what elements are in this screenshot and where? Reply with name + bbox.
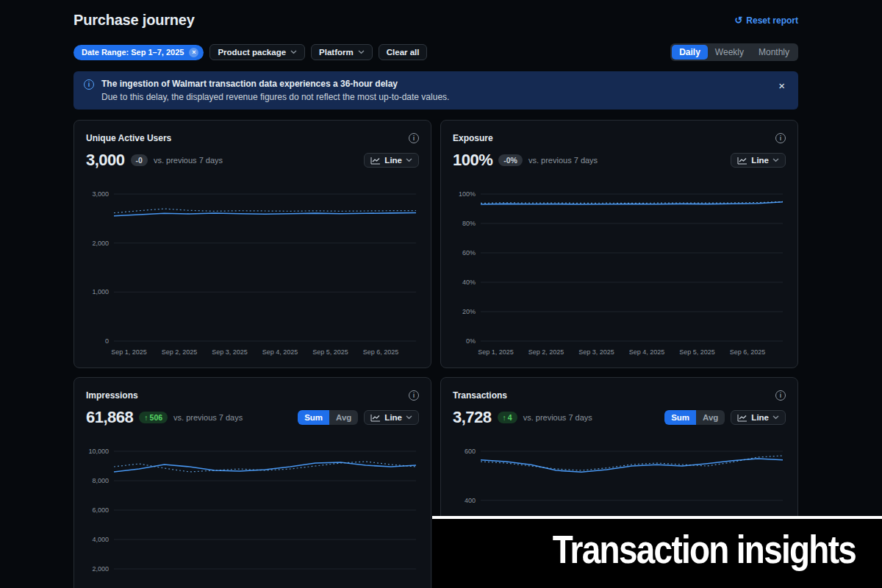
info-icon[interactable]: i (775, 390, 786, 401)
svg-text:80%: 80% (462, 220, 476, 227)
delta-value: 506 (150, 413, 163, 422)
chevron-down-icon (358, 50, 365, 54)
chart-type-label: Line (751, 156, 769, 165)
delta-badge: ↑ 4 (498, 412, 517, 423)
info-icon[interactable]: i (409, 390, 419, 401)
aggregation-toggle: Sum Avg (664, 410, 725, 425)
svg-text:400: 400 (465, 497, 476, 504)
granularity-monthly[interactable]: Monthly (751, 45, 797, 60)
caption-divider (432, 516, 882, 519)
chart-type-dropdown[interactable]: Line (364, 153, 419, 168)
svg-text:8,000: 8,000 (92, 477, 109, 484)
banner-title: The ingestion of Walmart transaction dat… (101, 79, 449, 89)
arrow-up-icon: ↑ (503, 413, 506, 422)
svg-text:Sep 3, 2025: Sep 3, 2025 (578, 348, 614, 356)
delta-badge: ↑ 506 (139, 412, 168, 423)
svg-text:Sep 6, 2025: Sep 6, 2025 (730, 348, 766, 356)
date-range-label: Date Range: Sep 1–7, 2025 (82, 48, 184, 57)
svg-text:40%: 40% (462, 279, 476, 286)
svg-text:4,000: 4,000 (92, 536, 109, 543)
chart-type-dropdown[interactable]: Line (731, 410, 786, 425)
svg-text:100%: 100% (459, 190, 476, 198)
info-icon: i (84, 79, 94, 90)
line-chart-icon (370, 157, 381, 165)
compare-label: vs. previous 7 days (173, 413, 243, 422)
svg-text:2,000: 2,000 (92, 565, 109, 573)
svg-text:20%: 20% (462, 308, 476, 315)
product-package-label: Product package (218, 48, 286, 57)
svg-text:Sep 6, 2025: Sep 6, 2025 (363, 348, 399, 356)
banner-close-icon[interactable]: × (775, 79, 788, 93)
svg-text:Sep 5, 2025: Sep 5, 2025 (679, 348, 715, 356)
date-range-filter-chip[interactable]: Date Range: Sep 1–7, 2025 × (74, 45, 204, 60)
product-package-dropdown[interactable]: Product package (209, 44, 305, 60)
card-title: Exposure (453, 133, 493, 143)
delta-badge: -0% (498, 154, 523, 166)
page-title: Purchase journey (74, 12, 195, 29)
metric-value: 3,000 (86, 151, 125, 170)
svg-text:3,000: 3,000 (92, 190, 109, 198)
line-chart-icon (370, 414, 381, 422)
svg-text:600: 600 (465, 448, 476, 455)
svg-text:Sep 4, 2025: Sep 4, 2025 (629, 348, 665, 356)
metric-value: 3,728 (453, 408, 492, 427)
card-unique-active-users: Unique Active Users i 3,000 -0 vs. previ… (74, 120, 431, 368)
svg-text:Sep 5, 2025: Sep 5, 2025 (312, 348, 348, 356)
line-chart: 3,0002,0001,0000Sep 1, 2025Sep 2, 2025Se… (86, 190, 419, 362)
metric-value: 61,868 (86, 408, 133, 427)
compare-label: vs. previous 7 days (528, 156, 598, 165)
granularity-daily[interactable]: Daily (672, 45, 708, 60)
line-chart-icon (737, 157, 747, 165)
page-header: Purchase journey ↺ Reset report (74, 12, 798, 29)
sum-option[interactable]: Sum (298, 410, 329, 425)
chart-type-dropdown[interactable]: Line (364, 410, 419, 425)
svg-text:Sep 4, 2025: Sep 4, 2025 (262, 348, 298, 356)
reset-report-label: Reset report (746, 15, 798, 26)
compare-label: vs. previous 7 days (154, 156, 223, 165)
info-icon[interactable]: i (409, 133, 419, 143)
remove-date-filter-icon[interactable]: × (189, 48, 198, 57)
card-impressions: Impressions i 61,868 ↑ 506 vs. previous … (74, 377, 431, 588)
metric-value: 100% (453, 151, 492, 170)
line-chart: 10,0008,0006,0004,0002,000Sep 1, 2025Sep… (86, 447, 419, 588)
clear-all-label: Clear all (387, 48, 420, 57)
avg-option[interactable]: Avg (329, 410, 358, 425)
arrow-up-icon: ↑ (144, 413, 148, 422)
avg-option[interactable]: Avg (696, 410, 725, 425)
line-chart-icon (737, 414, 747, 422)
svg-text:0%: 0% (466, 337, 476, 345)
chevron-down-icon (406, 158, 412, 162)
delta-value: 4 (508, 413, 512, 422)
reset-report-button[interactable]: ↺ Reset report (734, 15, 798, 26)
aggregation-toggle: Sum Avg (298, 410, 358, 425)
granularity-toggle: Daily Weekly Monthly (670, 43, 798, 61)
card-exposure: Exposure i 100% -0% vs. previous 7 days … (440, 120, 798, 368)
svg-text:Sep 2, 2025: Sep 2, 2025 (528, 348, 564, 356)
info-banner: i The ingestion of Walmart transaction d… (74, 71, 798, 110)
chart-type-label: Line (384, 413, 402, 422)
chevron-down-icon (406, 415, 412, 420)
filter-bar: Date Range: Sep 1–7, 2025 × Product pack… (74, 43, 798, 61)
compare-label: vs. previous 7 days (523, 413, 592, 422)
banner-body: Due to this delay, the displayed revenue… (101, 92, 449, 102)
info-icon[interactable]: i (775, 133, 786, 143)
svg-text:6,000: 6,000 (92, 506, 109, 514)
svg-text:60%: 60% (462, 249, 476, 257)
platform-label: Platform (319, 48, 354, 57)
granularity-weekly[interactable]: Weekly (708, 45, 751, 60)
chevron-down-icon (772, 415, 779, 420)
delta-badge: -0 (131, 154, 148, 166)
svg-text:Sep 2, 2025: Sep 2, 2025 (162, 348, 198, 356)
platform-dropdown[interactable]: Platform (311, 44, 373, 60)
svg-text:Sep 1, 2025: Sep 1, 2025 (478, 348, 514, 356)
line-chart: 100%80%60%40%20%0%Sep 1, 2025Sep 2, 2025… (453, 190, 786, 362)
svg-text:Sep 1, 2025: Sep 1, 2025 (111, 348, 147, 356)
svg-text:1,000: 1,000 (92, 288, 109, 295)
card-title: Transactions (453, 390, 507, 401)
sum-option[interactable]: Sum (664, 410, 696, 425)
banner-text: The ingestion of Walmart transaction dat… (101, 79, 449, 102)
clear-all-button[interactable]: Clear all (379, 44, 428, 60)
caption-text: Transaction insights (553, 526, 856, 572)
dashboard-content: Purchase journey ↺ Reset report Date Ran… (74, 12, 798, 588)
chart-type-dropdown[interactable]: Line (731, 153, 786, 168)
